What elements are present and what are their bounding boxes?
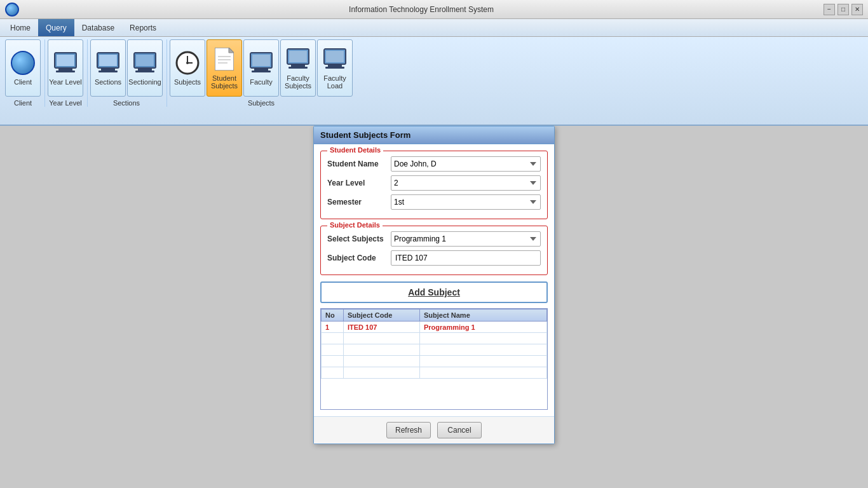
subject-code-row: Subject Code (327, 250, 541, 266)
table-row[interactable]: 1 ITED 107 Programming 1 (322, 322, 547, 333)
subject-details-section: Subject Details Select Subjects Programm… (320, 226, 548, 275)
svg-rect-28 (289, 51, 307, 62)
svg-rect-32 (326, 51, 344, 62)
window-controls: − □ ✕ (824, 4, 863, 15)
monitor-icon (53, 50, 78, 76)
subject-details-legend: Subject Details (327, 221, 383, 229)
cell-name: Programming 1 (420, 322, 547, 333)
modal-title: Student Subjects Form (320, 130, 410, 140)
toolbar-subjects-label: Subjects (170, 99, 353, 107)
semester-row: Semester 1st (327, 194, 541, 210)
svg-rect-7 (99, 55, 117, 66)
menu-reports[interactable]: Reports (122, 19, 164, 36)
svg-rect-23 (252, 71, 271, 72)
subject-code-input[interactable] (391, 250, 541, 266)
minimize-button[interactable]: − (824, 4, 835, 15)
toolbar-faculty-load-btn[interactable]: Faculty Load (317, 39, 353, 97)
select-subjects-label: Select Subjects (327, 234, 391, 243)
student-details-section: Student Details Student Name Doe John, D… (320, 151, 548, 219)
student-name-label: Student Name (327, 159, 391, 168)
svg-rect-5 (101, 68, 115, 71)
content-area: Student Subjects Form Student Details St… (0, 126, 868, 488)
toolbar-subjects-btn[interactable]: Subjects (170, 39, 205, 97)
svg-rect-6 (98, 71, 118, 72)
student-subjects-modal: Student Subjects Form Student Details St… (313, 126, 555, 444)
col-no: No (322, 309, 344, 322)
modal-footer: Refresh Cancel (314, 416, 554, 444)
svg-rect-2 (56, 71, 75, 72)
menu-query[interactable]: Query (38, 19, 74, 36)
app-window: Information Technology Enrollment System… (0, 0, 868, 488)
table-header-row: No Subject Code Subject Name (322, 309, 547, 322)
add-subject-button[interactable]: Add Subject (320, 281, 548, 303)
svg-rect-31 (325, 67, 344, 69)
screen3-icon (322, 46, 348, 72)
subjects-table-container: No Subject Code Subject Name 1 ITED 107 … (320, 308, 548, 410)
toolbar-yearlevel-btn[interactable]: Year Level (48, 39, 83, 97)
year-level-label: Year Level (327, 179, 391, 187)
table-row (322, 356, 547, 367)
modal-header: Student Subjects Form (314, 126, 554, 144)
toolbar-group-client: Client Client (5, 39, 45, 107)
student-name-select[interactable]: Doe John, D (391, 156, 541, 172)
semester-label: Semester (327, 198, 391, 207)
svg-rect-27 (288, 67, 308, 69)
toolbar-group-yearlevel: Year Level Year Level (48, 39, 88, 107)
screen2-icon (285, 46, 311, 72)
cell-code: ITED 107 (344, 322, 420, 333)
select-subjects-row: Select Subjects Programming 1 (327, 231, 541, 247)
svg-rect-24 (252, 55, 270, 66)
svg-rect-9 (138, 68, 152, 71)
toolbar-sections-btn[interactable]: Sections (90, 39, 126, 97)
modal-overlay: Student Subjects Form Student Details St… (0, 126, 868, 488)
toolbar-client-btn[interactable]: Client (5, 39, 41, 97)
monitor3-icon (132, 50, 158, 76)
screen-icon (248, 50, 274, 76)
svg-rect-26 (291, 64, 305, 67)
toolbar-student-subjects-btn[interactable]: Student Subjects (207, 39, 242, 97)
restore-button[interactable]: □ (837, 4, 849, 15)
student-details-legend: Student Details (327, 146, 383, 154)
cell-no: 1 (322, 322, 344, 333)
toolbar-group-subjects: Subjects Student Subjects (170, 39, 356, 107)
table-row (322, 367, 547, 379)
toolbar-yearlevel-label: Year Level (48, 99, 83, 107)
subject-code-label: Subject Code (327, 254, 391, 262)
window-title: Information Technology Enrollment System (19, 5, 824, 14)
svg-point-15 (186, 62, 189, 64)
close-button[interactable]: ✕ (851, 4, 863, 15)
svg-rect-10 (135, 71, 154, 72)
svg-rect-30 (328, 64, 342, 67)
monitor2-icon (95, 50, 121, 76)
col-subject-code: Subject Code (344, 309, 420, 322)
svg-rect-22 (254, 68, 268, 71)
subjects-table: No Subject Code Subject Name 1 ITED 107 … (321, 309, 547, 379)
select-subjects-select[interactable]: Programming 1 (391, 231, 541, 247)
student-name-row: Student Name Doe John, D (327, 156, 541, 172)
svg-marker-17 (229, 48, 234, 53)
toolbar-faculty-btn[interactable]: Faculty (243, 39, 279, 97)
year-level-row: Year Level 2 (327, 175, 541, 191)
year-level-select[interactable]: 2 (391, 175, 541, 191)
title-bar: Information Technology Enrollment System… (0, 0, 868, 19)
app-icon (5, 3, 19, 17)
toolbar-faculty-subjects-btn[interactable]: Faculty Subjects (280, 39, 316, 97)
svg-rect-1 (58, 68, 72, 71)
modal-body: Student Details Student Name Doe John, D… (314, 144, 554, 416)
svg-rect-3 (57, 55, 74, 66)
menu-home[interactable]: Home (3, 19, 38, 36)
toolbar-sections-label: Sections (90, 99, 163, 107)
col-subject-name: Subject Name (420, 309, 547, 322)
toolbar-group-sections: Sections Sectioning Sections (90, 39, 167, 107)
globe-icon (10, 50, 36, 76)
toolbar: Client Client Year Level (0, 37, 868, 126)
clock-icon (175, 50, 200, 76)
semester-select[interactable]: 1st (391, 194, 541, 210)
cancel-button[interactable]: Cancel (437, 422, 482, 438)
menu-bar: Home Query Database Reports (0, 19, 868, 37)
table-row (322, 333, 547, 344)
toolbar-sectioning-btn[interactable]: Sectioning (127, 39, 163, 97)
toolbar-client-label: Client (5, 99, 41, 107)
menu-database[interactable]: Database (74, 19, 122, 36)
refresh-button[interactable]: Refresh (386, 422, 431, 438)
